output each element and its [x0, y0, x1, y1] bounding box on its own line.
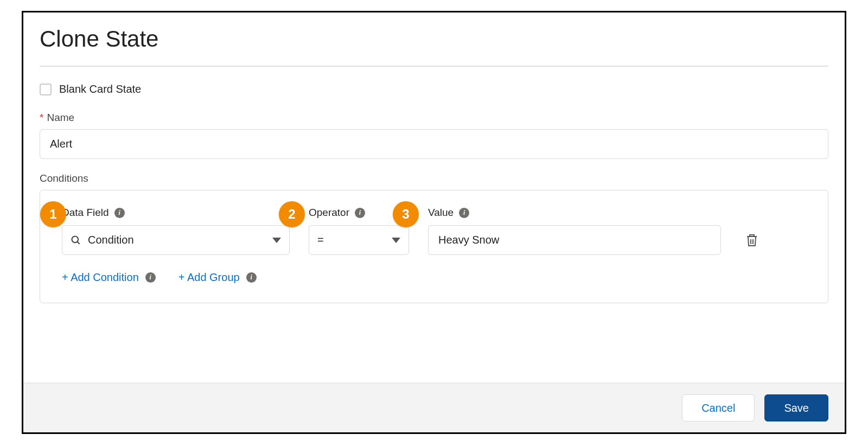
info-icon[interactable]: i	[145, 272, 156, 283]
divider	[40, 66, 828, 67]
info-icon[interactable]: i	[114, 208, 125, 218]
blank-card-state-checkbox[interactable]	[40, 84, 52, 95]
svg-marker-2	[272, 238, 281, 243]
chevron-down-icon	[392, 238, 400, 243]
name-input[interactable]	[40, 129, 828, 159]
search-icon	[71, 235, 81, 246]
svg-line-1	[78, 241, 80, 244]
required-indicator: *	[40, 112, 43, 124]
info-icon[interactable]: i	[246, 272, 257, 283]
value-label: Value i	[428, 207, 721, 219]
svg-marker-3	[392, 238, 400, 243]
delete-condition-button[interactable]	[745, 233, 758, 255]
data-field-value: Condition	[88, 234, 134, 246]
name-label-text: Name	[47, 112, 74, 124]
cancel-button[interactable]: Cancel	[682, 394, 755, 422]
name-label: * Name	[40, 112, 828, 124]
modal-footer: Cancel Save	[23, 382, 845, 432]
data-field-combobox[interactable]: Condition	[62, 225, 290, 255]
info-icon[interactable]: i	[459, 208, 469, 218]
add-group-button[interactable]: + Add Group	[178, 271, 240, 284]
data-field-column: 1 Data Field i Condition	[62, 207, 290, 255]
condition-row: 1 Data Field i Condition	[62, 207, 806, 255]
callout-1: 1	[40, 201, 66, 227]
svg-point-0	[72, 236, 79, 242]
info-icon[interactable]: i	[355, 208, 365, 218]
value-label-text: Value	[428, 207, 454, 219]
condition-actions: + Add Condition i + Add Group i	[62, 271, 806, 284]
conditions-box: 1 Data Field i Condition	[40, 190, 828, 303]
clone-state-modal: Clone State Blank Card State * Name Cond…	[22, 11, 846, 434]
conditions-label: Conditions	[40, 173, 828, 184]
callout-2: 2	[279, 201, 305, 227]
add-condition-button[interactable]: + Add Condition	[62, 271, 139, 284]
value-column: 3 Value i	[428, 207, 721, 255]
modal-title: Clone State	[40, 26, 828, 52]
value-input[interactable]	[428, 225, 721, 255]
save-button[interactable]: Save	[764, 394, 828, 422]
chevron-down-icon	[272, 238, 281, 243]
data-field-label-text: Data Field	[62, 207, 109, 219]
modal-body: Clone State Blank Card State * Name Cond…	[23, 12, 845, 382]
operator-label-text: Operator	[309, 207, 349, 219]
blank-card-state-row: Blank Card State	[40, 83, 828, 95]
callout-3: 3	[393, 201, 419, 227]
blank-card-state-label: Blank Card State	[59, 83, 141, 95]
operator-value: =	[317, 234, 324, 246]
data-field-label: Data Field i	[62, 207, 290, 219]
operator-combobox[interactable]: =	[309, 225, 409, 255]
